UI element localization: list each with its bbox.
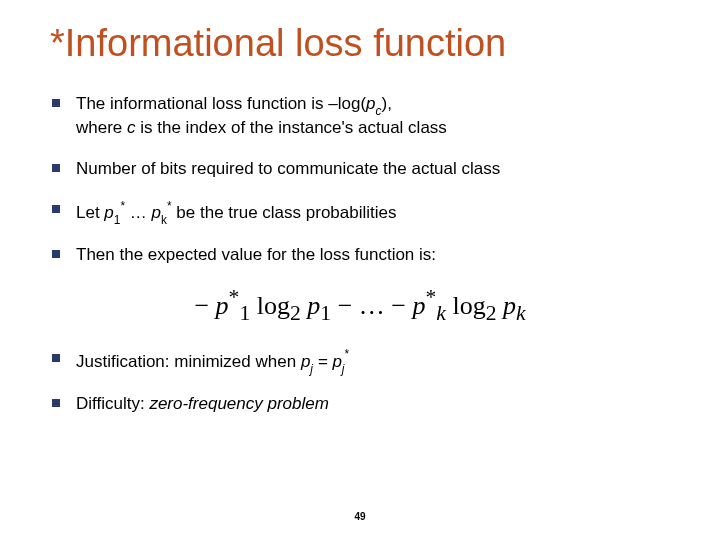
sub-j: j [310,362,313,376]
slide-title: *Informational loss function [50,22,670,65]
log: log [257,291,290,320]
var-p: p [366,94,375,113]
mid: − … − [331,291,412,320]
var-pj: p [301,352,310,371]
zero-freq: zero-frequency problem [149,394,329,413]
k: k [516,301,526,325]
sub-j: j [342,362,345,376]
sup-star: * [120,199,125,213]
p: p [216,291,229,320]
text: … [125,203,151,222]
p: p [307,291,320,320]
one: 1 [320,301,331,325]
text: Then the expected value for the loss fun… [76,245,436,264]
bullet-item-5: Justification: minimized when pj = pj* [50,348,670,375]
star: * [425,285,436,309]
text: where [76,118,127,137]
bullet-item-4: Then the expected value for the loss fun… [50,244,670,267]
sup-star: * [167,199,172,213]
formula-block: − p*1 log2 p1 − … − p*k log2 pk [50,285,670,326]
text: Difficulty: [76,394,149,413]
text: Let [76,203,104,222]
k: k [436,301,446,325]
one: 1 [239,301,250,325]
sup-star: * [345,347,350,361]
var-c-sub: c [376,104,382,118]
text: The informational loss function is –log( [76,94,366,113]
text: be the true class probabilities [172,203,397,222]
bullet-item-1: The informational loss function is –log(… [50,93,670,140]
bullet-item-2: Number of bits required to communicate t… [50,158,670,181]
text: Number of bits required to communicate t… [76,159,500,178]
var-c: c [127,118,136,137]
log: log [452,291,485,320]
expected-loss-formula: − p*1 log2 p1 − … − p*k log2 pk [194,291,525,320]
page-number: 49 [0,511,720,522]
sub-1: 1 [114,213,121,227]
bullet-item-6: Difficulty: zero-frequency problem [50,393,670,416]
sub-k: k [161,213,167,227]
p: p [412,291,425,320]
star: * [229,285,240,309]
two: 2 [486,301,497,325]
slide: *Informational loss function The informa… [0,0,720,540]
p: p [503,291,516,320]
two: 2 [290,301,301,325]
bullet-list: The informational loss function is –log(… [50,93,670,267]
var-pjstar: p [332,352,341,371]
text: ), [382,94,392,113]
text: is the index of the instance's actual cl… [136,118,447,137]
var-pk: p [152,203,161,222]
var-p1: p [104,203,113,222]
minus: − [194,291,215,320]
text: Justification: minimized when [76,352,301,371]
bullet-item-3: Let p1* … pk* be the true class probabil… [50,199,670,226]
bullet-list-2: Justification: minimized when pj = pj* D… [50,348,670,416]
eq: = [313,352,332,371]
